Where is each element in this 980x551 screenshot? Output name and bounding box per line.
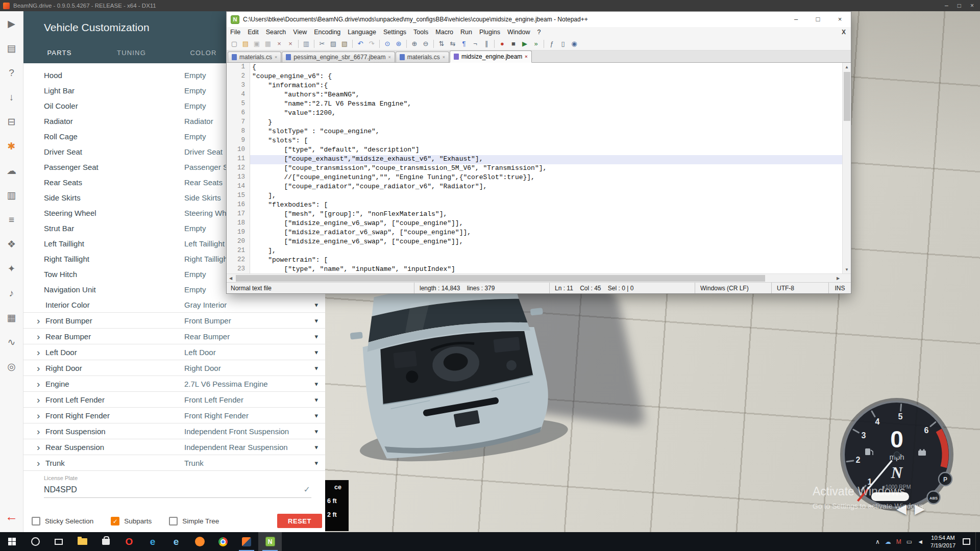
audio-icon[interactable]: ♪ <box>6 288 18 299</box>
macro-play-icon[interactable]: ▶ <box>520 39 530 49</box>
paths-icon[interactable]: ∿ <box>6 337 18 348</box>
undo-icon[interactable]: ↶ <box>355 39 365 49</box>
menu-item[interactable]: Plugins <box>476 29 504 36</box>
horizontal-scrollbar[interactable]: ◀ ▶ <box>227 273 842 282</box>
macro-run-multiple-icon[interactable]: » <box>531 39 541 49</box>
taskbar-beamng-drive[interactable] <box>235 532 258 551</box>
license-plate-input[interactable]: ND4SPD <box>44 485 77 494</box>
part-dropdown-row[interactable]: › Engine 2.7L V6 Pessima Engine ▾ <box>23 376 325 392</box>
replace-icon[interactable]: ⊛ <box>394 39 404 49</box>
action-center-icon[interactable] <box>963 538 970 545</box>
menu-item[interactable]: Macro <box>432 29 457 36</box>
open-folder-icon[interactable]: ▤ <box>240 39 251 49</box>
network-tray-icon[interactable]: ▭ <box>906 538 912 545</box>
part-dropdown-row[interactable]: › Front Suspension Independent Front Sus… <box>23 423 325 439</box>
checkbox-item[interactable]: Sticky Selection <box>32 517 93 525</box>
menu-item[interactable]: ? <box>533 29 544 36</box>
dropdown-arrow-icon[interactable]: ▾ <box>314 412 318 419</box>
dropdown-arrow-icon[interactable]: ▾ <box>314 396 318 404</box>
horizontal-scrollbar-thumb[interactable] <box>236 275 765 282</box>
dropdown-arrow-icon[interactable]: ▾ <box>314 443 318 451</box>
checkbox[interactable] <box>32 517 40 525</box>
dropdown-arrow-icon[interactable]: ▾ <box>314 380 318 388</box>
expand-chevron-icon[interactable]: › <box>37 316 45 325</box>
copy-icon[interactable]: ▨ <box>328 39 338 49</box>
taskbar-start-button[interactable] <box>0 532 23 551</box>
part-dropdown-row[interactable]: › Front Left Fender Front Left Fender ▾ <box>23 392 325 408</box>
menu-item[interactable]: Edit <box>244 29 262 36</box>
vertical-scrollbar-thumb[interactable] <box>844 72 850 121</box>
document-tab[interactable]: materials.cs × <box>228 52 281 62</box>
dropdown-arrow-icon[interactable]: ▾ <box>314 459 318 467</box>
minimize-button[interactable]: – <box>785 12 807 27</box>
dropdown-arrow-icon[interactable]: ▾ <box>314 317 318 324</box>
taskbar-firefox[interactable] <box>188 532 211 551</box>
expand-chevron-icon[interactable]: › <box>37 363 45 373</box>
word-wrap-icon[interactable]: ¶ <box>459 39 469 49</box>
checkbox[interactable] <box>169 517 178 525</box>
taskbar-store[interactable] <box>94 532 117 551</box>
camera-icon[interactable]: ◎ <box>6 361 18 372</box>
vertical-scrollbar[interactable]: ▲ ▼ <box>842 63 851 273</box>
scroll-down-icon[interactable]: ▼ <box>843 265 851 273</box>
debug-icon[interactable]: ✦ <box>6 263 18 274</box>
expand-chevron-icon[interactable]: › <box>37 442 45 452</box>
app-m-tray-icon[interactable]: M <box>896 538 901 545</box>
sync-scroll-horizontal-icon[interactable]: ⇆ <box>448 39 458 49</box>
taskbar-opera[interactable]: O <box>117 532 141 551</box>
expand-chevron-icon[interactable]: › <box>37 411 45 420</box>
scroll-up-icon[interactable]: ▲ <box>843 63 851 71</box>
close-file-icon[interactable]: × <box>274 39 284 49</box>
part-dropdown-row[interactable]: › Rear Suspension Independent Rear Suspe… <box>23 439 325 455</box>
part-dropdown-row[interactable]: › Front Bumper Front Bumper ▾ <box>23 313 325 329</box>
license-plate-apply-icon[interactable]: ✓ <box>304 485 310 494</box>
print-icon[interactable]: ▥ <box>301 39 311 49</box>
taskbar-notepad-plus-plus[interactable]: N <box>258 532 282 551</box>
cloud-tray-icon[interactable]: ☁ <box>885 538 891 545</box>
menu-item[interactable]: Language <box>344 29 380 36</box>
menu-item[interactable]: Window <box>504 29 533 36</box>
zoom-in-icon[interactable]: ⊕ <box>409 39 420 49</box>
scroll-right-icon[interactable]: ▶ <box>834 274 842 282</box>
tab-tuning[interactable]: TUNING <box>95 44 167 63</box>
maximize-button[interactable]: □ <box>807 12 829 27</box>
part-dropdown-row[interactable]: › Interior Color Gray Interior ▾ <box>23 297 325 313</box>
status-insert-mode[interactable]: INS <box>828 283 851 293</box>
dropdown-arrow-icon[interactable]: ▾ <box>314 301 318 309</box>
macro-stop-icon[interactable]: ■ <box>508 39 519 49</box>
menu-item[interactable]: File <box>227 29 244 36</box>
performance-icon[interactable]: ▦ <box>6 312 18 323</box>
tray-expand-icon[interactable]: ∧ <box>875 538 880 545</box>
checkbox-item[interactable]: Simple Tree <box>169 517 219 525</box>
news-icon[interactable]: ▥ <box>6 190 18 201</box>
sync-scroll-vertical-icon[interactable]: ⇅ <box>436 39 447 49</box>
vehicles-icon[interactable]: ⊟ <box>6 116 18 128</box>
close-all-icon[interactable]: × <box>285 39 296 49</box>
document-monitor-icon[interactable]: ◉ <box>569 39 579 49</box>
checkbox-item[interactable]: ✓ Subparts <box>111 517 152 525</box>
document-tab[interactable]: materials.cs × <box>396 52 449 62</box>
expand-chevron-icon[interactable]: › <box>37 458 45 468</box>
macro-record-icon[interactable]: ● <box>497 39 507 49</box>
status-eol[interactable]: Windows (CR LF) <box>695 283 771 293</box>
code-editor[interactable]: {"coupe_engine_v6": { "information":{ "a… <box>250 63 842 273</box>
new-file-icon[interactable]: ▢ <box>229 39 239 49</box>
scenarios-icon[interactable]: ▤ <box>6 43 18 54</box>
show-desktop-button[interactable] <box>975 532 978 551</box>
part-dropdown-row[interactable]: › Front Right Fender Front Right Fender … <box>23 408 325 423</box>
zoom-out-icon[interactable]: ⊖ <box>421 39 431 49</box>
play-icon[interactable]: ▶ <box>6 18 18 30</box>
online-icon[interactable]: ☁ <box>6 165 18 177</box>
function-list-icon[interactable]: ƒ <box>547 39 557 49</box>
dropdown-arrow-icon[interactable]: ▾ <box>314 428 318 435</box>
part-dropdown-row[interactable]: › Left Door Left Door ▾ <box>23 344 325 360</box>
maximize-button[interactable]: □ <box>958 2 961 9</box>
help-icon[interactable]: ? <box>6 67 18 79</box>
taskbar-internet-explorer[interactable]: e <box>164 532 188 551</box>
document-tab[interactable]: midsize_engine.jbeam × <box>450 51 532 63</box>
options-icon[interactable]: ✱ <box>6 141 18 152</box>
taskbar-cortana-button[interactable] <box>23 532 47 551</box>
taskbar-clock[interactable]: 10:54 AM 7/19/2017 <box>928 534 958 549</box>
scroll-left-icon[interactable]: ◀ <box>227 274 235 282</box>
taskbar-task-view-button[interactable] <box>47 532 70 551</box>
